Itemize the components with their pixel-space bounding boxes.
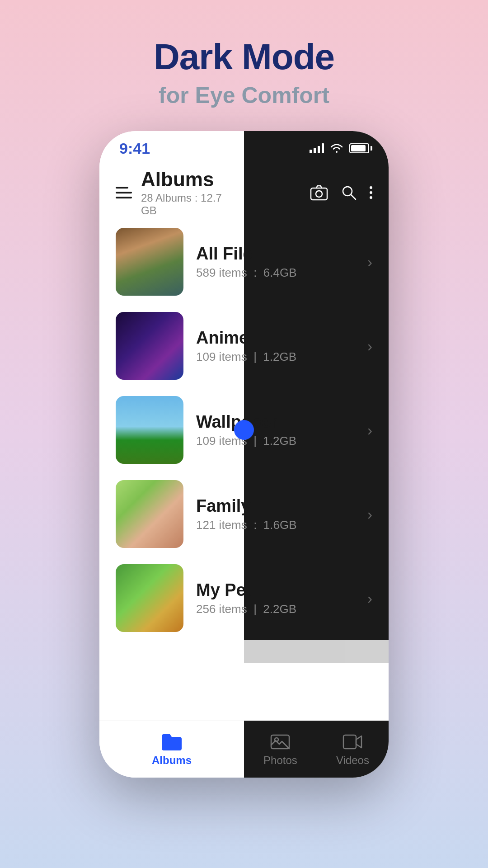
more-options-icon[interactable]	[370, 186, 372, 199]
album-thumb-allfile	[116, 228, 183, 296]
chevron-right-icon: ›	[367, 253, 372, 271]
album-name: Wallpaper	[196, 412, 367, 432]
album-info-mypet: My Pet 256 items | 2.2GB	[196, 580, 367, 616]
phone-shell: 9:41	[99, 131, 389, 778]
album-name: Anime	[196, 328, 367, 348]
list-item[interactable]: My Pet 256 items | 2.2GB ›	[99, 556, 389, 640]
wifi-icon	[330, 143, 343, 153]
nav-label-albums: Albums	[152, 754, 192, 767]
album-info-family: Family 121 items : 1.6GB	[196, 496, 367, 532]
album-thumb-mypet	[116, 564, 183, 632]
album-info-allfile: All File 589 items : 6.4GB	[196, 244, 367, 280]
list-item[interactable]: All File 589 items : 6.4GB ›	[99, 220, 389, 304]
page-title: Dark Mode	[154, 36, 334, 78]
chevron-right-icon: ›	[367, 337, 372, 355]
page-subtitle: for Eye Comfort	[154, 82, 334, 108]
split-indicator	[234, 420, 254, 440]
videos-icon	[343, 732, 362, 751]
photos-icon	[270, 732, 290, 751]
album-thumb-anime	[116, 312, 183, 380]
svg-point-2	[343, 187, 352, 196]
album-info-anime: Anime 109 items | 1.2GB	[196, 328, 367, 364]
album-meta: 109 items | 1.2GB	[196, 350, 367, 364]
svg-rect-6	[343, 735, 356, 749]
app-header: Albums 28 Albums : 12.7 GB	[99, 165, 389, 220]
album-name: My Pet	[196, 580, 367, 600]
chevron-right-icon: ›	[367, 421, 372, 439]
signal-icon	[310, 143, 324, 153]
nav-item-photos[interactable]: Photos	[263, 732, 297, 767]
album-meta: 121 items : 1.6GB	[196, 518, 367, 532]
list-item[interactable]: Wallpaper 109 items | 1.2GB ›	[99, 388, 389, 472]
status-bar: 9:41	[99, 131, 389, 165]
nav-label-photos: Photos	[263, 754, 297, 767]
albums-subtitle: 28 Albums : 12.7 GB	[141, 192, 228, 217]
albums-title-group: Albums 28 Albums : 12.7 GB	[141, 168, 228, 217]
search-icon[interactable]	[341, 184, 357, 201]
camera-icon[interactable]	[310, 184, 328, 201]
svg-line-3	[351, 195, 356, 199]
album-name: Family	[196, 496, 367, 516]
album-info-wallpaper: Wallpaper 109 items | 1.2GB	[196, 412, 367, 448]
svg-rect-0	[311, 188, 327, 200]
nav-item-albums-left[interactable]: Albums	[99, 721, 244, 778]
nav-item-videos[interactable]: Videos	[336, 732, 369, 767]
battery-icon	[349, 143, 372, 153]
album-thumb-family	[116, 480, 183, 548]
album-meta: 589 items : 6.4GB	[196, 266, 367, 280]
list-item[interactable]: Anime 109 items | 1.2GB ›	[99, 304, 389, 388]
time-display: 9:41	[119, 140, 150, 157]
list-item[interactable]: Family 121 items : 1.6GB ›	[99, 472, 389, 556]
folder-icon	[161, 732, 183, 751]
album-meta: 256 items | 2.2GB	[196, 602, 367, 616]
album-meta: 109 items | 1.2GB	[196, 434, 367, 448]
album-name: All File	[196, 244, 367, 264]
bottom-nav: Albums Photos	[99, 721, 389, 778]
svg-point-1	[316, 191, 322, 197]
page-header: Dark Mode for Eye Comfort	[154, 0, 334, 108]
menu-icon[interactable]	[116, 187, 132, 198]
chevron-right-icon: ›	[367, 590, 372, 607]
album-list: All File 589 items : 6.4GB › Anime 109 i…	[99, 220, 389, 721]
nav-label-videos: Videos	[336, 754, 369, 767]
album-thumb-wallpaper	[116, 396, 183, 464]
chevron-right-icon: ›	[367, 505, 372, 523]
list-item-partial	[99, 640, 389, 663]
albums-title: Albums	[141, 168, 228, 191]
